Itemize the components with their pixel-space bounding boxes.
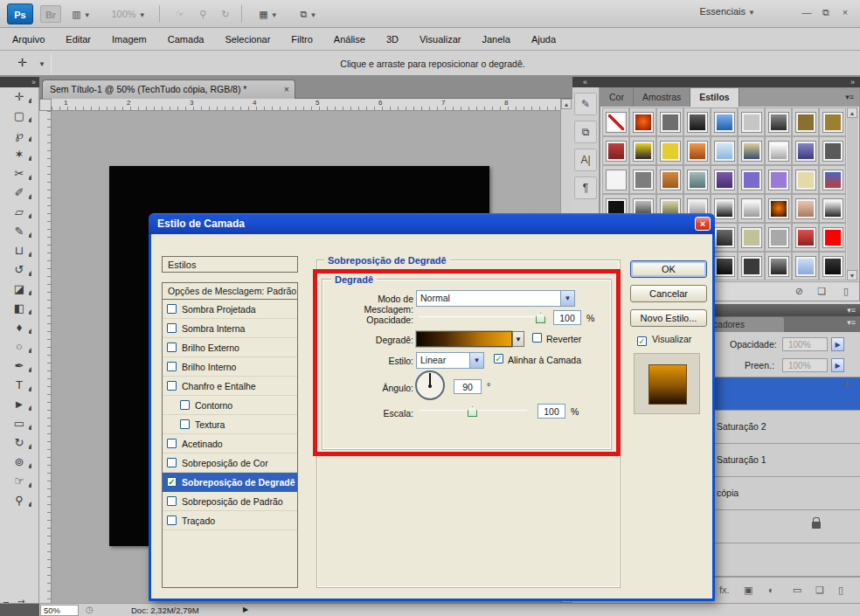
effect-checkbox[interactable] [167, 381, 177, 391]
style-swatch[interactable] [629, 165, 656, 194]
path-select-tool-icon[interactable]: ► [3, 395, 35, 414]
workspace-switcher[interactable]: Essenciais ▼ [699, 6, 755, 22]
effect-checkbox[interactable] [180, 419, 190, 429]
style-swatch[interactable] [738, 165, 765, 194]
tab-cor[interactable]: Cor [600, 88, 634, 107]
effect-item-brilho-externo[interactable]: Brilho Externo [163, 338, 297, 357]
clone-stamp-tool-icon[interactable]: ⊔ [3, 241, 35, 260]
history-brush-tool-icon[interactable]: ↺ [3, 260, 35, 280]
healing-brush-tool-icon[interactable]: ▱ [3, 203, 35, 222]
style-swatch[interactable] [738, 223, 765, 252]
layers-scroll-up-icon[interactable]: ▲ [843, 379, 850, 387]
hand-icon[interactable]: ☞ [171, 5, 189, 23]
tool-dock-collapse-strip[interactable]: » [0, 77, 39, 87]
styles-list-header[interactable]: Estilos [162, 256, 298, 273]
tab-estilos[interactable]: Estilos [690, 88, 739, 107]
layer-style-fx-icon[interactable]: fx. [719, 585, 730, 595]
style-swatch[interactable] [683, 165, 711, 194]
view-extras-icon[interactable]: ▥ ▼ [70, 5, 93, 23]
effect-checkbox[interactable] [167, 458, 177, 467]
document-tab[interactable]: Sem Título-1 @ 50% (TechTudo cópia, RGB/… [42, 80, 295, 99]
magic-wand-tool-icon[interactable]: ✶ [3, 145, 35, 164]
opacity-arrow-icon[interactable]: ▶ [831, 337, 844, 351]
effect-checkbox[interactable] [167, 516, 177, 525]
close-button[interactable]: × [837, 6, 853, 20]
effect-item-sombra-projetada[interactable]: Sombra Projetada [163, 300, 297, 319]
effect-checkbox[interactable] [167, 362, 177, 371]
styles-panel-menu-icon[interactable]: ▾≡ [840, 88, 859, 107]
scroll-down-icon[interactable]: ▼ [847, 270, 857, 280]
styles-scrollbar[interactable]: ▲ ▼ [847, 107, 858, 280]
effect-checkbox[interactable] [180, 400, 190, 410]
zoom-level-dropdown[interactable]: 100% ▼ [107, 5, 150, 23]
status-zoom-field[interactable]: 50% [40, 605, 79, 616]
menu-imagem[interactable]: Imagem [112, 34, 147, 45]
menu-3d[interactable]: 3D [386, 34, 399, 45]
effect-item-acetinado[interactable]: Acetinado [163, 434, 297, 453]
paragraph-panel-icon[interactable]: ¶ [574, 176, 597, 199]
scroll-up-icon[interactable]: ▲ [847, 107, 857, 118]
cancel-button[interactable]: Cancelar [630, 285, 707, 302]
character-panel-icon[interactable]: A| [574, 149, 597, 171]
dodge-tool-icon[interactable]: ○ [3, 337, 35, 356]
opacity-value[interactable]: 100% [782, 337, 828, 351]
brush-tool-icon[interactable]: ✎ [3, 222, 35, 241]
rotate-view-icon[interactable]: ↻ [217, 5, 234, 23]
lasso-tool-icon[interactable]: ℘ [3, 126, 35, 145]
minimize-button[interactable]: — [799, 6, 815, 20]
tool-preset-caret-icon[interactable]: ▼ [38, 60, 45, 68]
style-swatch[interactable] [738, 252, 765, 280]
hand-tool-icon[interactable]: ☞ [3, 472, 35, 491]
style-swatch[interactable] [656, 165, 683, 194]
style-swatch[interactable] [738, 107, 765, 136]
zoom-icon[interactable]: ⚲ [194, 5, 212, 23]
style-swatch[interactable] [819, 194, 846, 223]
effect-item-traçado[interactable]: Traçado [163, 511, 297, 530]
style-swatch[interactable] [765, 252, 792, 280]
style-swatch[interactable] [819, 223, 846, 252]
effect-checkbox[interactable] [167, 304, 177, 314]
effect-item-sobreposição-de-cor[interactable]: Sobreposição de Cor [163, 453, 297, 473]
menu-visualizar[interactable]: Visualizar [420, 34, 461, 45]
effect-item-contorno[interactable]: Contorno [163, 396, 297, 415]
scroll-up-icon[interactable]: ▲ [561, 99, 572, 109]
style-swatch[interactable] [656, 136, 683, 165]
style-swatch[interactable] [602, 136, 629, 165]
preview-checkbox[interactable]: ✓ [637, 336, 647, 346]
effect-item-chanfro-e-entalhe[interactable]: Chanfro e Entalhe [163, 377, 297, 396]
style-swatch[interactable] [792, 223, 819, 252]
effect-checkbox[interactable] [167, 343, 177, 352]
3d-orbit-tool-icon[interactable]: ⊚ [3, 453, 35, 472]
style-swatch[interactable] [765, 107, 792, 136]
style-swatch[interactable] [819, 252, 846, 280]
eraser-tool-icon[interactable]: ◪ [3, 280, 35, 299]
3d-rotate-tool-icon[interactable]: ↻ [3, 433, 35, 453]
clear-style-icon[interactable]: ⊘ [795, 286, 803, 297]
style-swatch[interactable] [792, 194, 819, 223]
effect-item-textura[interactable]: Textura [163, 415, 297, 434]
style-swatch[interactable] [738, 194, 765, 223]
status-options-arrow-icon[interactable]: ▶ [243, 606, 248, 613]
effect-checkbox[interactable] [167, 439, 177, 448]
bridge-icon[interactable]: Br [40, 5, 61, 23]
menu-filtro[interactable]: Filtro [291, 34, 312, 45]
menu-arquivo[interactable]: Arquivo [12, 34, 45, 45]
effect-checkbox[interactable] [167, 496, 177, 506]
adjustment-layer-icon[interactable]: ◐ [768, 585, 774, 595]
screen-mode-icon[interactable]: ⧉ ▼ [294, 5, 323, 23]
tab-close-icon[interactable]: × [284, 80, 289, 99]
move-tool-icon[interactable]: ✛ [3, 87, 35, 107]
style-swatch[interactable] [602, 165, 629, 194]
style-swatch[interactable] [819, 107, 846, 136]
effect-item-sobreposição-de-padrão[interactable]: Sobreposição de Padrão [163, 492, 297, 511]
style-swatch[interactable] [765, 165, 792, 194]
move-tool-preset-icon[interactable]: ✛ [17, 56, 40, 72]
style-swatch[interactable] [711, 165, 738, 194]
menu-selecionar[interactable]: Selecionar [225, 34, 270, 45]
new-style-button[interactable]: Novo Estilo... [630, 309, 707, 327]
marquee-tool-icon[interactable]: ▢ [3, 107, 35, 126]
layer-mask-icon[interactable]: ▣ [744, 585, 752, 596]
effect-item-sobreposição-de-degradê[interactable]: ✓Sobreposição de Degradê [163, 473, 297, 492]
blur-tool-icon[interactable]: ♦ [3, 318, 35, 337]
delete-layer-icon[interactable]: ▯ [838, 585, 843, 596]
